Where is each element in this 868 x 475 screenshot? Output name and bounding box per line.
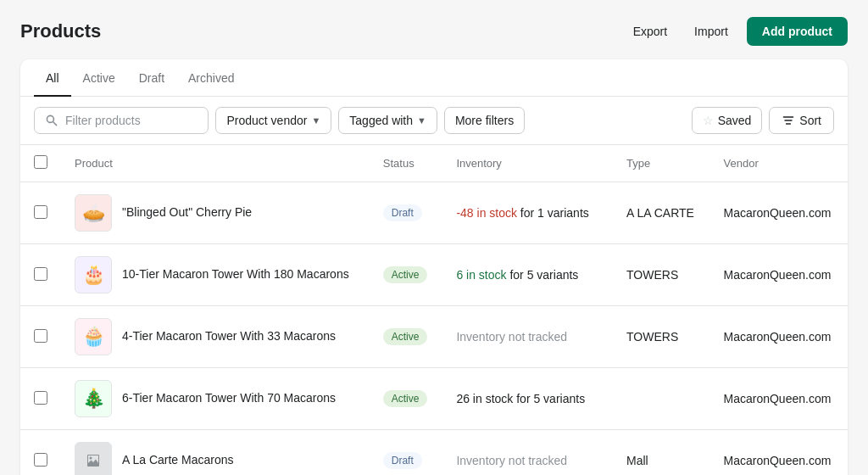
sort-button[interactable]: Sort <box>769 107 834 134</box>
row-checkbox[interactable] <box>34 391 47 405</box>
product-thumbnail: 🧁 <box>75 318 112 355</box>
product-name: 6-Tier Macaron Tower With 70 Macarons <box>122 390 336 407</box>
select-all-checkbox[interactable] <box>34 155 47 169</box>
row-checkbox[interactable] <box>34 205 47 219</box>
type-cell <box>613 368 709 430</box>
inventory-cell: -48 in stock for 1 variants <box>442 182 613 244</box>
sort-icon <box>782 114 795 127</box>
tab-archived[interactable]: Archived <box>176 59 246 97</box>
type-cell: Mall <box>613 430 709 476</box>
inventory-cell: 26 in stock for 5 variants <box>442 368 613 430</box>
product-vendor: MacaronQueen.com <box>724 206 832 220</box>
vendor-cell: MacaronQueen.com <box>710 368 848 430</box>
inventory-cell: Inventory not tracked <box>442 430 613 476</box>
export-button[interactable]: Export <box>625 20 676 43</box>
more-filters-button[interactable]: More filters <box>444 107 525 134</box>
row-checkbox-cell[interactable] <box>20 182 61 244</box>
col-status: Status <box>370 145 443 182</box>
status-cell: Draft <box>370 182 443 244</box>
search-input[interactable] <box>65 114 198 127</box>
saved-button[interactable]: ☆ Saved <box>692 107 763 134</box>
col-type: Type <box>613 145 709 182</box>
products-card: All Active Draft Archived Product vendor… <box>20 59 848 475</box>
product-cell[interactable]: 🧁 4-Tier Macaron Tower With 33 Macarons <box>61 306 370 368</box>
col-product: Product <box>61 145 370 182</box>
product-name: "Blinged Out" Cherry Pie <box>122 204 252 221</box>
product-vendor: MacaronQueen.com <box>724 268 832 282</box>
product-type: TOWERS <box>626 268 678 282</box>
status-badge: Active <box>383 390 428 407</box>
product-cell[interactable]: A La Carte Macarons <box>61 430 370 476</box>
vendor-cell: MacaronQueen.com <box>710 430 848 476</box>
product-name: 10-Tier Macaron Tower With 180 Macarons <box>122 266 349 283</box>
table-row: 🧁 4-Tier Macaron Tower With 33 Macarons … <box>20 306 848 368</box>
type-cell: TOWERS <box>613 244 709 306</box>
table-row: 🥧 "Blinged Out" Cherry Pie Draft -48 in … <box>20 182 848 244</box>
star-icon: ☆ <box>703 114 714 127</box>
col-inventory: Inventory <box>442 145 613 182</box>
product-type: TOWERS <box>626 330 678 344</box>
row-checkbox-cell[interactable] <box>20 244 61 306</box>
type-cell: TOWERS <box>613 306 709 368</box>
status-badge: Active <box>383 328 428 345</box>
product-cell[interactable]: 🥧 "Blinged Out" Cherry Pie <box>61 182 370 244</box>
row-checkbox[interactable] <box>34 453 47 467</box>
row-checkbox-cell[interactable] <box>20 430 61 476</box>
status-cell: Draft <box>370 430 443 476</box>
product-thumbnail: 🎄 <box>75 380 112 417</box>
status-badge: Active <box>383 266 428 283</box>
row-checkbox-cell[interactable] <box>20 368 61 430</box>
product-name: 4-Tier Macaron Tower With 33 Macarons <box>122 328 336 345</box>
status-cell: Active <box>370 306 443 368</box>
image-placeholder <box>75 443 111 475</box>
tab-active[interactable]: Active <box>71 59 127 97</box>
status-badge: Draft <box>383 204 422 221</box>
tagged-with-filter[interactable]: Tagged with ▼ <box>338 107 437 134</box>
status-cell: Active <box>370 244 443 306</box>
product-type: A LA CARTE <box>626 206 694 220</box>
row-checkbox-cell[interactable] <box>20 306 61 368</box>
product-vendor-filter[interactable]: Product vendor ▼ <box>215 107 331 134</box>
col-vendor: Vendor <box>710 145 848 182</box>
header-actions: Export Import Add product <box>625 17 848 46</box>
product-vendor: MacaronQueen.com <box>724 330 832 344</box>
vendor-cell: MacaronQueen.com <box>710 244 848 306</box>
add-product-button[interactable]: Add product <box>747 17 848 46</box>
type-cell: A LA CARTE <box>613 182 709 244</box>
inventory-cell: Inventory not tracked <box>442 306 613 368</box>
status-badge: Draft <box>383 452 422 469</box>
inventory-cell: 6 in stock for 5 variants <box>442 244 613 306</box>
import-button[interactable]: Import <box>686 20 737 43</box>
product-vendor: MacaronQueen.com <box>724 454 832 467</box>
product-thumbnail: 🎂 <box>75 256 112 293</box>
table-row: 🎂 10-Tier Macaron Tower With 180 Macaron… <box>20 244 848 306</box>
table-row: 🎄 6-Tier Macaron Tower With 70 Macarons … <box>20 368 848 430</box>
page-title: Products <box>20 20 101 42</box>
product-cell[interactable]: 🎂 10-Tier Macaron Tower With 180 Macaron… <box>61 244 370 306</box>
product-thumbnail <box>75 442 112 475</box>
tabs-bar: All Active Draft Archived <box>20 59 848 97</box>
filter-bar: Product vendor ▼ Tagged with ▼ More filt… <box>20 97 848 145</box>
product-type: Mall <box>626 454 648 467</box>
search-icon <box>45 114 58 127</box>
row-checkbox[interactable] <box>34 267 47 281</box>
vendor-cell: MacaronQueen.com <box>710 306 848 368</box>
tab-draft[interactable]: Draft <box>127 59 176 97</box>
page-header: Products Export Import Add product <box>20 17 848 46</box>
table-row: A La Carte Macarons Draft Inventory not … <box>20 430 848 476</box>
status-cell: Active <box>370 368 443 430</box>
chevron-down-icon: ▼ <box>417 115 426 126</box>
product-vendor: MacaronQueen.com <box>724 392 832 405</box>
product-thumbnail: 🥧 <box>75 194 112 232</box>
products-table: Product Status Inventory Type Vendor 🥧 "… <box>20 145 848 475</box>
product-name: A La Carte Macarons <box>122 452 234 469</box>
chevron-down-icon: ▼ <box>311 115 320 126</box>
tab-all[interactable]: All <box>34 59 71 97</box>
select-all-header[interactable] <box>20 145 61 182</box>
product-cell[interactable]: 🎄 6-Tier Macaron Tower With 70 Macarons <box>61 368 370 430</box>
row-checkbox[interactable] <box>34 329 47 343</box>
vendor-cell: MacaronQueen.com <box>710 182 848 244</box>
search-wrapper[interactable] <box>34 107 209 134</box>
